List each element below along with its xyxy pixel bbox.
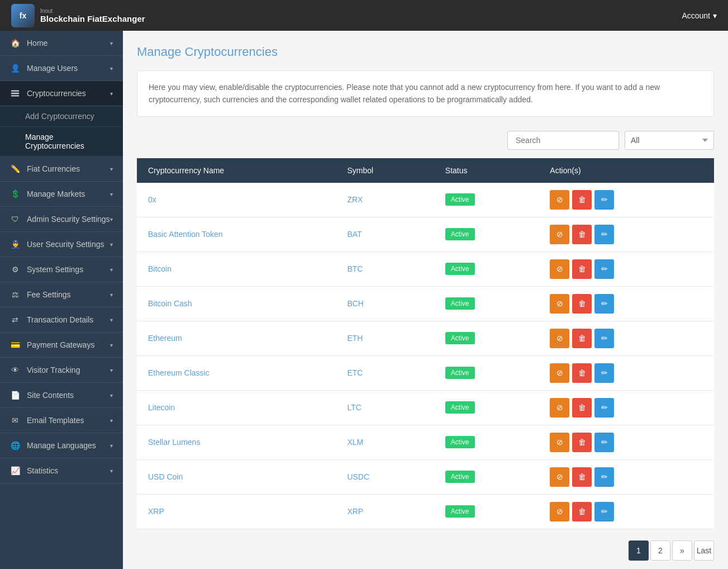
delete-button[interactable]: 🗑 [572, 329, 592, 348]
crypto-name-link[interactable]: Bitcoin Cash [148, 299, 192, 308]
sidebar-item-user-security[interactable]: 👮 User Security Settings ▾ [0, 232, 123, 257]
sidebar-item-admin-security[interactable]: 🛡 Admin Security Settings ▾ [0, 207, 123, 232]
crypto-name-link[interactable]: Basic Attention Token [148, 230, 223, 239]
crypto-name-link[interactable]: Litecoin [148, 403, 175, 412]
sidebar-label-system-settings: System Settings [27, 265, 83, 274]
sidebar-item-payment-gateways[interactable]: 💳 Payment Gateways ▾ [0, 333, 123, 358]
crypto-name-link[interactable]: Stellar Lumens [148, 438, 200, 447]
home-icon: 🏠 [10, 38, 20, 48]
disable-button[interactable]: ⊘ [550, 225, 569, 244]
edit-button[interactable]: ✏ [594, 225, 614, 244]
disable-button[interactable]: ⊘ [550, 433, 569, 452]
info-box: Here you may view, enable/disable the cr… [137, 70, 714, 117]
sidebar-item-transaction-details[interactable]: ⇄ Transaction Details ▾ [0, 307, 123, 333]
cell-status: Active [434, 425, 539, 459]
cell-status: Active [434, 321, 539, 355]
edit-button[interactable]: ✏ [594, 259, 614, 279]
disable-button[interactable]: ⊘ [550, 467, 569, 487]
brand-small: Inout [40, 8, 145, 14]
crypto-name-link[interactable]: 0x [148, 195, 156, 204]
crypto-symbol-link[interactable]: XRP [347, 507, 363, 516]
sidebar-item-home[interactable]: 🏠 Home ▾ [0, 31, 123, 56]
sidebar-item-add-cryptocurrency[interactable]: Add Cryptocurrency [0, 106, 123, 127]
edit-button[interactable]: ✏ [594, 190, 614, 210]
crypto-symbol-link[interactable]: BCH [347, 299, 364, 308]
disable-button[interactable]: ⊘ [550, 190, 569, 210]
sidebar-item-site-contents[interactable]: 📄 Site Contents ▾ [0, 383, 123, 408]
edit-button[interactable]: ✏ [594, 433, 614, 452]
sidebar-item-fiat-currencies[interactable]: ✏️ Fiat Currencies ▾ [0, 157, 123, 182]
logo-text: fx [20, 11, 26, 20]
disable-button[interactable]: ⊘ [550, 329, 569, 348]
disable-button[interactable]: ⊘ [550, 363, 569, 383]
edit-button[interactable]: ✏ [594, 398, 614, 418]
crypto-symbol-link[interactable]: ETH [347, 334, 363, 343]
sidebar-item-fee-settings[interactable]: ⚖ Fee Settings ▾ [0, 282, 123, 307]
edit-button[interactable]: ✏ [594, 363, 614, 383]
status-badge: Active [445, 193, 475, 206]
sidebar-item-cryptocurrencies[interactable]: Cryptocurrencies ▾ [0, 81, 123, 106]
sidebar-item-manage-users[interactable]: 👤 Manage Users ▾ [0, 56, 123, 81]
delete-button[interactable]: 🗑 [572, 433, 592, 452]
user-shield-icon: 👮 [10, 239, 20, 249]
crypto-symbol-link[interactable]: BAT [347, 230, 361, 239]
status-badge: Active [445, 367, 475, 379]
crypto-symbol-link[interactable]: BTC [347, 264, 363, 273]
crypto-symbol-link[interactable]: XLM [347, 438, 363, 447]
sidebar-item-visitor-tracking[interactable]: 👁 Visitor Tracking ▾ [0, 358, 123, 383]
delete-button[interactable]: 🗑 [572, 398, 592, 418]
crypto-name-link[interactable]: Ethereum [148, 334, 182, 343]
sidebar-item-manage-markets[interactable]: 💲 Manage Markets ▾ [0, 182, 123, 207]
cell-symbol: XLM [336, 425, 434, 459]
delete-button[interactable]: 🗑 [572, 363, 592, 383]
page-btn-last[interactable]: Last [694, 540, 714, 561]
action-buttons: ⊘ 🗑 ✏ [550, 294, 703, 314]
sidebar-item-email-templates[interactable]: ✉ Email Templates ▾ [0, 408, 123, 433]
delete-button[interactable]: 🗑 [572, 294, 592, 314]
cell-actions: ⊘ 🗑 ✏ [539, 321, 714, 355]
delete-button[interactable]: 🗑 [572, 467, 592, 487]
edit-button[interactable]: ✏ [594, 467, 614, 487]
table-row: USD Coin USDC Active ⊘ 🗑 ✏ [137, 459, 714, 494]
sidebar-item-statistics[interactable]: 📈 Statistics ▾ [0, 458, 123, 483]
crypto-name-link[interactable]: USD Coin [148, 472, 183, 481]
delete-button[interactable]: 🗑 [572, 190, 592, 210]
sidebar-item-system-settings[interactable]: ⚙ System Settings ▾ [0, 257, 123, 282]
page-btn-next[interactable]: » [672, 540, 692, 561]
info-text: Here you may view, enable/disable the cr… [149, 81, 702, 106]
cell-status: Active [434, 390, 539, 425]
disable-button[interactable]: ⊘ [550, 398, 569, 418]
account-menu[interactable]: Account ▾ [682, 11, 717, 20]
page-btn-2[interactable]: 2 [650, 540, 670, 561]
crypto-symbol-link[interactable]: LTC [347, 403, 361, 412]
page-btn-1[interactable]: 1 [629, 540, 649, 561]
chevron-down-icon: ▾ [110, 392, 113, 399]
sidebar-item-manage-languages[interactable]: 🌐 Manage Languages ▾ [0, 433, 123, 458]
cell-symbol: BCH [336, 286, 434, 321]
cell-actions: ⊘ 🗑 ✏ [539, 183, 714, 217]
delete-button[interactable]: 🗑 [572, 502, 592, 521]
crypto-name-link[interactable]: Ethereum Classic [148, 368, 210, 377]
action-buttons: ⊘ 🗑 ✏ [550, 259, 703, 279]
crypto-name-link[interactable]: Bitcoin [148, 264, 172, 273]
filter-select[interactable]: All Active Inactive [625, 131, 714, 150]
edit-button[interactable]: ✏ [594, 502, 614, 521]
crypto-symbol-link[interactable]: ZRX [347, 195, 363, 204]
envelope-icon: ✉ [10, 415, 20, 425]
disable-button[interactable]: ⊘ [550, 502, 569, 521]
delete-button[interactable]: 🗑 [572, 259, 592, 279]
disable-button[interactable]: ⊘ [550, 294, 569, 314]
brand-logo: fx [11, 4, 35, 27]
delete-button[interactable]: 🗑 [572, 225, 592, 244]
crypto-symbol-link[interactable]: ETC [347, 368, 363, 377]
file-icon: 📄 [10, 390, 20, 400]
table-body: 0x ZRX Active ⊘ 🗑 ✏ Basic Attention Toke… [137, 183, 714, 529]
edit-button[interactable]: ✏ [594, 329, 614, 348]
sidebar-item-manage-cryptocurrencies[interactable]: Manage Cryptocurrencies [0, 127, 123, 157]
disable-button[interactable]: ⊘ [550, 259, 569, 279]
chevron-down-icon: ▾ [110, 166, 113, 172]
search-input[interactable] [507, 131, 619, 150]
crypto-name-link[interactable]: XRP [148, 507, 164, 516]
edit-button[interactable]: ✏ [594, 294, 614, 314]
crypto-symbol-link[interactable]: USDC [347, 472, 369, 481]
